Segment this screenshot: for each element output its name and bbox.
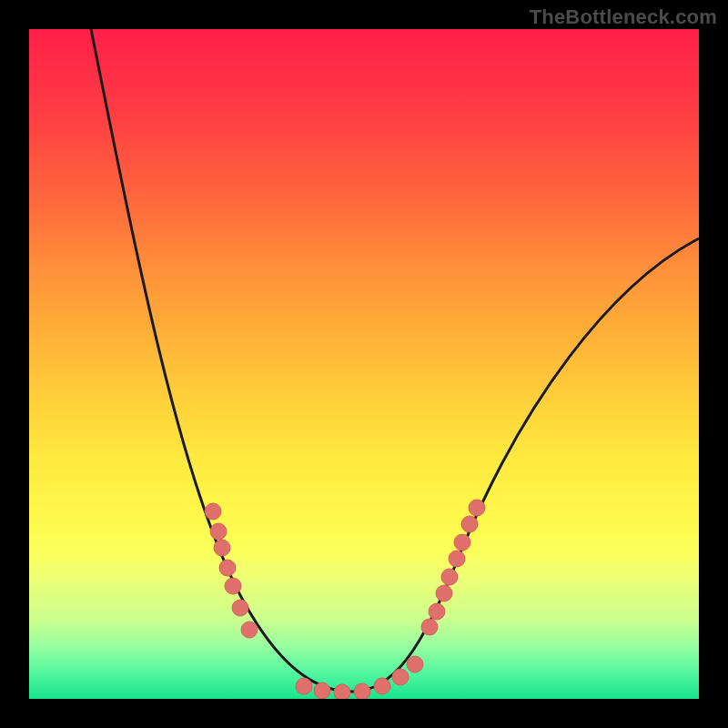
bottleneck-curve	[87, 29, 699, 692]
marker-bottom	[392, 669, 409, 685]
watermark-text: TheBottleneck.com	[530, 5, 717, 29]
marker-right	[436, 585, 452, 602]
marker-left	[241, 622, 258, 638]
marker-left	[205, 503, 221, 520]
marker-right	[469, 500, 485, 516]
marker-left	[210, 523, 227, 540]
marker-right	[461, 516, 478, 532]
marker-bottom	[314, 682, 330, 699]
marker-bottom	[374, 678, 390, 694]
plot-area	[29, 29, 699, 699]
outer-frame: TheBottleneck.com	[0, 0, 728, 728]
marker-bottom	[334, 684, 350, 699]
marker-right	[429, 603, 445, 620]
marker-layer	[205, 500, 485, 699]
marker-left	[225, 578, 241, 594]
marker-left	[219, 560, 236, 576]
marker-bottom	[296, 678, 312, 694]
marker-right	[454, 534, 470, 551]
marker-right	[441, 569, 458, 585]
marker-left	[232, 600, 248, 616]
marker-left	[214, 540, 230, 556]
marker-right	[449, 551, 465, 567]
marker-right	[421, 619, 438, 635]
marker-bottom	[354, 683, 370, 699]
chart-svg	[29, 29, 699, 699]
marker-bottom	[407, 656, 423, 672]
